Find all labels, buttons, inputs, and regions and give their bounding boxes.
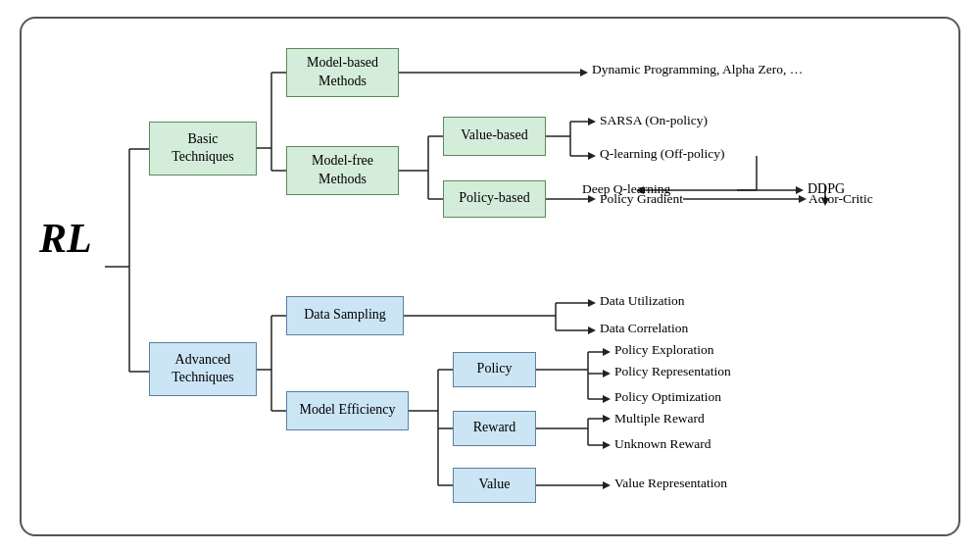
policy-representation-label: Policy Representation — [614, 364, 731, 379]
model-based-box: Model-based Methods — [286, 48, 399, 97]
unknown-reward-label: Unknown Reward — [614, 436, 711, 452]
policy-box: Policy — [453, 352, 536, 387]
policy-optimization-label: Policy Optimization — [614, 389, 721, 405]
data-sampling-box: Data Sampling — [286, 296, 404, 335]
svg-marker-40 — [588, 326, 596, 334]
svg-marker-28 — [799, 195, 807, 203]
diagram-container: RL Basic Techniques Model-based Methods … — [20, 17, 960, 536]
data-correlation-label: Data Correlation — [600, 321, 688, 336]
svg-marker-38 — [588, 299, 596, 307]
value-box: Value — [453, 468, 536, 503]
svg-marker-24 — [796, 186, 804, 194]
svg-marker-53 — [603, 395, 611, 403]
model-based-examples-label: Dynamic Programming, Alpha Zero, … — [592, 62, 803, 77]
basic-techniques-box: Basic Techniques — [149, 122, 257, 176]
model-free-box: Model-free Methods — [286, 146, 399, 195]
value-representation-label: Value Representation — [614, 476, 727, 491]
advanced-techniques-box: Advanced Techniques — [149, 342, 257, 396]
svg-marker-57 — [603, 415, 611, 423]
policy-gradient-label: Policy Gradient — [600, 191, 683, 207]
svg-marker-49 — [603, 348, 611, 356]
data-utilization-label: Data Utilization — [600, 293, 685, 309]
rl-label: RL — [39, 215, 92, 262]
multiple-reward-label: Multiple Reward — [614, 411, 705, 427]
svg-marker-59 — [603, 441, 611, 449]
qlearning-label: Q-learning (Off-policy) — [600, 146, 725, 162]
sarsa-label: SARSA (On-policy) — [600, 113, 708, 128]
policy-exploration-label: Policy Exploration — [614, 342, 714, 358]
svg-marker-19 — [588, 152, 596, 160]
svg-marker-51 — [603, 370, 611, 377]
actor-critic-label: Actor-Critic — [808, 191, 873, 207]
reward-box: Reward — [453, 411, 536, 446]
connecting-lines — [22, 19, 958, 534]
value-based-box: Value-based — [443, 117, 546, 156]
svg-marker-61 — [603, 481, 611, 489]
svg-marker-17 — [588, 118, 596, 125]
model-efficiency-box: Model Efficiency — [286, 391, 409, 430]
policy-based-box: Policy-based — [443, 180, 546, 218]
svg-marker-9 — [580, 69, 588, 76]
